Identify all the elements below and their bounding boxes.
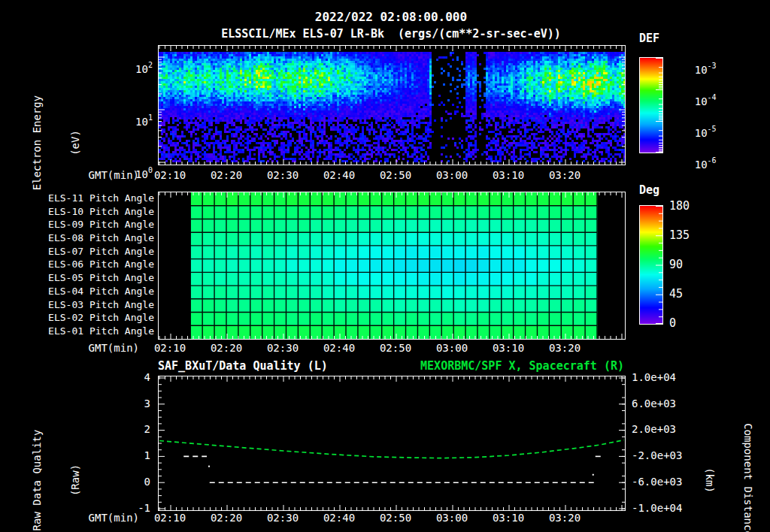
distance-tick: 6.0e+03: [632, 397, 676, 410]
time-tick-label: 03:10: [486, 342, 531, 354]
time-tick-label: 03:20: [542, 342, 587, 354]
distance-axis-label: Component Distance (km): [678, 416, 770, 532]
def-colorbar: [639, 57, 663, 153]
gmt-axis-label: GMT(min): [64, 512, 139, 524]
pitch-row-label: ELS-03 Pitch Angle: [23, 299, 154, 310]
def-tick-1e-3: 10-3: [669, 50, 717, 76]
pitch-row-label: ELS-10 Pitch Angle: [23, 206, 154, 217]
pitch-row-label: ELS-01 Pitch Angle: [23, 325, 154, 337]
def-tick-1e-4: 10-4: [669, 82, 717, 107]
pitch-row-label: ELS-02 Pitch Angle: [23, 312, 154, 323]
time-tick-label: 02:40: [317, 512, 362, 524]
pitch-row-label: ELS-05 Pitch Angle: [23, 272, 154, 283]
distance-tick: 2.0e+03: [632, 423, 676, 435]
distance-tick: -2.0e+03: [632, 449, 682, 461]
bottom-title-right: MEXORBMC/SPF X, Spacecraft (R): [323, 359, 624, 373]
time-tick-label: 03:00: [429, 512, 474, 524]
pitch-row-label: ELS-09 Pitch Angle: [23, 219, 154, 230]
time-tick-label: 02:50: [373, 169, 418, 181]
time-tick-label: 02:50: [373, 342, 418, 354]
time-tick-label: 02:10: [147, 512, 192, 524]
electron-energy-spectrogram: [158, 45, 626, 165]
time-tick-label: 02:20: [204, 342, 249, 354]
energy-tick-100ev: 102: [109, 50, 153, 75]
quality-tick: 1: [120, 449, 150, 461]
pitch-row-label: ELS-07 Pitch Angle: [23, 246, 154, 257]
time-tick-label: 03:10: [486, 512, 531, 524]
deg-tick-0: 0: [669, 316, 676, 330]
time-tick-label: 02:10: [147, 169, 192, 181]
deg-tick-45: 45: [669, 287, 683, 301]
plot-subtitle: ELSSCIL/MEx ELS-07 LR-Bk (ergs/(cm**2-sr…: [120, 27, 662, 41]
pitch-row-label: ELS-04 Pitch Angle: [23, 286, 154, 297]
deg-colorbar-title: Deg: [639, 183, 659, 197]
pitch-row-label: ELS-08 Pitch Angle: [23, 232, 154, 243]
bottom-title-left: SAF_BXuT/Data Quality (L): [158, 359, 328, 373]
pitch-row-label: ELS-11 Pitch Angle: [23, 192, 154, 204]
time-tick-label: 02:40: [317, 342, 362, 354]
quality-tick: 4: [120, 371, 150, 383]
time-tick-label: 02:30: [260, 512, 305, 524]
time-tick-label: 02:20: [204, 512, 249, 524]
quality-tick: 2: [120, 423, 150, 435]
quality-tick: 0: [120, 476, 150, 488]
time-tick-label: 03:10: [486, 169, 531, 181]
deg-tick-90: 90: [669, 258, 683, 271]
def-tick-1e-5: 10-5: [669, 113, 717, 139]
time-tick-label: 03:00: [429, 169, 474, 181]
page-title: 2022/022 02:08:00.000: [158, 10, 624, 24]
time-tick-label: 02:30: [260, 169, 305, 181]
time-tick-label: 03:20: [542, 512, 587, 524]
quality-distance-plot: [158, 376, 626, 511]
time-tick-label: 02:10: [147, 342, 192, 354]
quality-tick: 3: [120, 397, 150, 410]
time-tick-label: 02:50: [373, 512, 418, 524]
distance-tick: 1.0e+04: [632, 371, 676, 383]
time-tick-label: 03:00: [429, 342, 474, 354]
time-tick-label: 02:40: [317, 169, 362, 181]
pitch-row-label: ELS-06 Pitch Angle: [23, 258, 154, 270]
def-colorbar-title: DEF: [639, 32, 659, 45]
time-tick-label: 02:20: [204, 169, 249, 181]
energy-axis-label: Electron Energy (eV): [5, 83, 108, 203]
time-tick-label: 03:20: [542, 169, 587, 181]
deg-colorbar: [639, 205, 663, 325]
time-tick-label: 02:30: [260, 342, 305, 354]
def-tick-1e-6: 10-6: [669, 145, 717, 171]
gmt-axis-label: GMT(min): [64, 169, 139, 181]
deg-tick-135: 135: [669, 228, 690, 242]
energy-tick-10ev: 101: [109, 102, 153, 128]
distance-tick: -6.0e+03: [632, 476, 682, 488]
gmt-axis-label: GMT(min): [64, 342, 139, 354]
plot-screen: 2022/022 02:08:00.000 ELSSCIL/MEx ELS-07…: [0, 0, 770, 532]
distance-tick: -1.0e+04: [632, 502, 682, 514]
deg-tick-180: 180: [669, 199, 690, 213]
pitch-angle-grid: [158, 192, 626, 340]
